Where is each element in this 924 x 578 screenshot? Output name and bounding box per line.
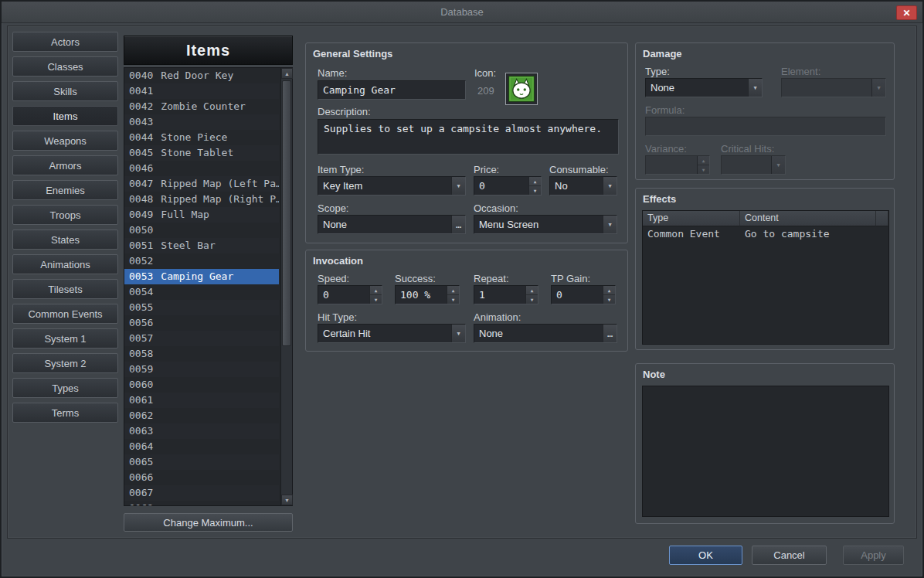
list-item[interactable]: 0066 bbox=[124, 470, 279, 485]
scroll-down-icon[interactable]: ▼ bbox=[281, 495, 293, 505]
list-item[interactable]: 0040Red Door Key bbox=[124, 68, 279, 83]
icon-label: Icon: bbox=[474, 67, 496, 79]
spinner-buttons[interactable]: ▲▼ bbox=[528, 177, 541, 195]
list-item[interactable]: 0065 bbox=[124, 454, 279, 470]
spin-up-icon[interactable]: ▲ bbox=[526, 286, 538, 295]
list-item[interactable]: 0068 bbox=[124, 501, 279, 506]
list-item[interactable]: 0057 bbox=[124, 331, 279, 346]
general-settings-title: General Settings bbox=[313, 48, 392, 60]
sidebar-item[interactable]: Armors bbox=[12, 155, 118, 175]
effects-table[interactable]: Type Content Common Event Go to campsite bbox=[642, 210, 889, 345]
spin-down-icon[interactable]: ▼ bbox=[447, 295, 459, 304]
tp-gain-spinner[interactable]: 0 ▲▼ bbox=[551, 285, 616, 304]
note-input[interactable] bbox=[642, 386, 889, 517]
spinner-buttons[interactable]: ▲▼ bbox=[525, 286, 538, 304]
cancel-button[interactable]: Cancel bbox=[752, 546, 827, 565]
list-item[interactable]: 0061 bbox=[124, 393, 279, 408]
repeat-spinner[interactable]: 1 ▲▼ bbox=[474, 285, 538, 304]
occasion-dropdown[interactable]: Menu Screen ▼ bbox=[474, 215, 617, 234]
price-spinner[interactable]: 0 ▲▼ bbox=[474, 176, 542, 196]
item-type-dropdown[interactable]: Key Item ▼ bbox=[318, 176, 466, 196]
list-item[interactable]: 0047Ripped Map (Left Pa… bbox=[124, 176, 279, 192]
spin-down-icon[interactable]: ▼ bbox=[370, 295, 382, 304]
spin-down-icon[interactable]: ▼ bbox=[603, 295, 615, 304]
scope-selector[interactable]: None … bbox=[318, 215, 466, 234]
item-id: 0040 bbox=[129, 70, 153, 81]
sidebar-item[interactable]: Troops bbox=[12, 205, 118, 225]
success-spinner[interactable]: 100 % ▲▼ bbox=[395, 285, 460, 304]
consumable-dropdown[interactable]: No ▼ bbox=[549, 176, 617, 196]
item-id: 0064 bbox=[129, 440, 153, 452]
icon-picker[interactable] bbox=[505, 73, 538, 105]
spinner-buttons[interactable]: ▲▼ bbox=[603, 286, 615, 304]
list-item[interactable]: 0046 bbox=[124, 161, 279, 176]
sidebar-item[interactable]: Common Events bbox=[12, 304, 118, 324]
item-id: 0068 bbox=[129, 502, 153, 506]
list-item[interactable]: 0050 bbox=[124, 223, 279, 238]
item-list[interactable]: 0040Red Door Key 0041 0042Zombie Counter… bbox=[124, 67, 293, 506]
scroll-up-icon[interactable]: ▲ bbox=[281, 68, 293, 79]
close-button[interactable]: ✕ bbox=[896, 5, 917, 20]
sidebar-item[interactable]: Skills bbox=[12, 81, 118, 101]
list-item[interactable]: 0048Ripped Map (Right P… bbox=[124, 192, 279, 207]
item-id: 0042 bbox=[129, 100, 153, 112]
spin-up-icon[interactable]: ▲ bbox=[370, 286, 382, 295]
sidebar-item[interactable]: States bbox=[12, 230, 118, 250]
list-item[interactable]: 0049Full Map bbox=[124, 207, 279, 223]
damage-type-dropdown[interactable]: None ▼ bbox=[645, 78, 763, 97]
titlebar[interactable]: Database ✕ bbox=[2, 2, 922, 23]
hit-type-dropdown[interactable]: Certain Hit ▼ bbox=[318, 324, 466, 343]
list-item[interactable]: 0042Zombie Counter bbox=[124, 99, 279, 114]
list-item[interactable]: 0064 bbox=[124, 439, 279, 454]
speed-spinner[interactable]: 0 ▲▼ bbox=[318, 285, 382, 304]
sidebar-item[interactable]: Tilesets bbox=[12, 279, 118, 299]
change-maximum-button[interactable]: Change Maximum... bbox=[124, 513, 293, 532]
list-item[interactable]: 0058 bbox=[124, 346, 279, 362]
item-list-scrollbar[interactable]: ▲ ▼ bbox=[280, 68, 292, 505]
sidebar-item[interactable]: System 1 bbox=[12, 328, 118, 348]
sidebar-item[interactable]: Actors bbox=[12, 32, 118, 52]
spin-up-icon[interactable]: ▲ bbox=[447, 286, 459, 295]
ellipsis-icon[interactable]: … bbox=[451, 216, 465, 233]
sidebar-item[interactable]: Types bbox=[12, 378, 118, 398]
sidebar-item[interactable]: Enemies bbox=[12, 180, 118, 200]
list-item[interactable]: 0053Camping Gear bbox=[124, 269, 279, 284]
list-item[interactable]: 0062 bbox=[124, 408, 279, 423]
sidebar-item[interactable]: Items bbox=[12, 106, 118, 126]
spin-down-icon[interactable]: ▼ bbox=[526, 295, 538, 304]
list-item[interactable]: 0051Steel Bar bbox=[124, 238, 279, 253]
spinner-buttons[interactable]: ▲▼ bbox=[447, 286, 459, 304]
sidebar-item-label: System 2 bbox=[44, 358, 86, 369]
spin-down-icon[interactable]: ▼ bbox=[529, 186, 541, 195]
list-item[interactable]: 0055 bbox=[124, 300, 279, 315]
damage-type-value: None bbox=[646, 82, 748, 94]
spinner-buttons[interactable]: ▲▼ bbox=[369, 286, 382, 304]
name-input[interactable]: Camping Gear bbox=[318, 80, 466, 100]
list-item[interactable]: 0067 bbox=[124, 485, 279, 501]
sidebar-item[interactable]: Classes bbox=[12, 56, 118, 76]
list-item[interactable]: 0059 bbox=[124, 362, 279, 377]
list-item[interactable]: 0052 bbox=[124, 253, 279, 269]
list-item[interactable]: 0054 bbox=[124, 284, 279, 300]
sidebar-item-label: Animations bbox=[40, 259, 90, 270]
list-item[interactable]: 0063 bbox=[124, 423, 279, 439]
list-item[interactable]: 0060 bbox=[124, 377, 279, 393]
ok-button[interactable]: OK bbox=[669, 546, 742, 565]
spin-up-icon[interactable]: ▲ bbox=[603, 286, 615, 295]
list-item[interactable]: 0056 bbox=[124, 315, 279, 331]
sidebar-item[interactable]: Terms bbox=[12, 403, 118, 423]
sidebar-item[interactable]: Weapons bbox=[12, 131, 118, 151]
damage-title: Damage bbox=[643, 48, 682, 60]
list-item[interactable]: 0043 bbox=[124, 114, 279, 130]
scrollbar-thumb[interactable] bbox=[282, 80, 291, 346]
sidebar-item[interactable]: Animations bbox=[12, 254, 118, 274]
list-item[interactable]: 0045Stone Tablet bbox=[124, 145, 279, 161]
description-input[interactable]: Supplies to set up a campsite almost any… bbox=[318, 119, 619, 155]
animation-selector[interactable]: None … bbox=[474, 324, 617, 343]
spin-up-icon[interactable]: ▲ bbox=[529, 177, 541, 186]
effect-row[interactable]: Common Event Go to campsite bbox=[643, 226, 888, 242]
list-item[interactable]: 0044Stone Piece bbox=[124, 130, 279, 145]
list-item[interactable]: 0041 bbox=[124, 83, 279, 99]
ellipsis-icon[interactable]: … bbox=[603, 325, 617, 342]
sidebar-item[interactable]: System 2 bbox=[12, 353, 118, 373]
